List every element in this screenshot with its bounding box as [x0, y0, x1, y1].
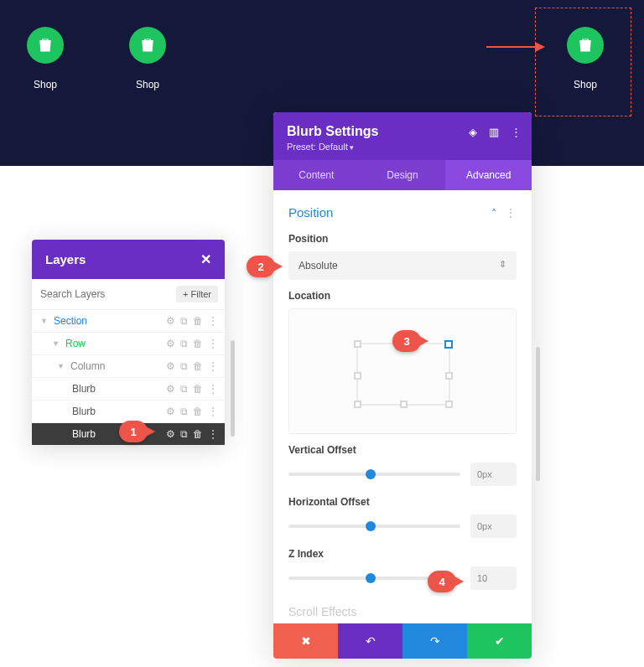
menu-icon[interactable]: ⋮ [505, 206, 517, 220]
layer-column[interactable]: ▼ Column ⚙⧉🗑⋮ [32, 355, 225, 378]
trash-icon: 🗑 [193, 315, 203, 327]
layer-blurb[interactable]: Blurb ⚙⧉🗑⋮ [32, 401, 225, 423]
position-section-header[interactable]: Position ˄⋮ [273, 190, 532, 225]
duplicate-icon: ⧉ [180, 428, 188, 440]
layer-actions[interactable]: ⚙⧉🗑⋮ [166, 428, 218, 440]
scroll-effects-section[interactable]: Scroll Effects [273, 592, 532, 623]
caret-up-icon: ˄ [491, 208, 496, 220]
location-field: Location [273, 282, 532, 436]
duplicate-icon: ⧉ [180, 360, 188, 372]
layer-label: Blurb [72, 383, 166, 395]
layers-header: Layers ✕ [32, 240, 225, 279]
callout-2: 2 [247, 256, 275, 277]
field-label: Vertical Offset [288, 444, 517, 456]
duplicate-icon: ⧉ [180, 406, 188, 417]
gear-icon: ⚙ [166, 428, 175, 440]
layer-label: Blurb [72, 406, 166, 417]
field-label: Z Index [288, 548, 517, 560]
horizontal-offset-slider[interactable] [288, 525, 460, 528]
layer-actions[interactable]: ⚙⧉🗑⋮ [166, 338, 218, 349]
menu-icon: ⋮ [208, 315, 218, 327]
trash-icon: 🗑 [193, 406, 203, 417]
layer-actions[interactable]: ⚙⧉🗑⋮ [166, 315, 218, 327]
gear-icon: ⚙ [166, 338, 175, 349]
annotation-arrow [486, 46, 537, 48]
layer-label: Section [54, 315, 166, 327]
settings-panel: Blurb Settings Preset: Default ◈ ▥ ⋮ Con… [273, 112, 532, 659]
anchor-bottom-right[interactable] [445, 401, 453, 408]
caret-down-icon: ▼ [52, 339, 60, 348]
menu-icon: ⋮ [208, 360, 218, 372]
gear-icon: ⚙ [166, 383, 175, 395]
shop-blurb-2[interactable]: Shop [122, 27, 173, 90]
anchor-bottom-center[interactable] [400, 401, 408, 408]
shop-blurb-3[interactable]: Shop [560, 27, 610, 90]
close-icon[interactable]: ✕ [200, 251, 211, 267]
anchor-middle-left[interactable] [354, 372, 361, 380]
redo-button[interactable]: ↷ [402, 623, 467, 659]
caret-down-icon: ▼ [57, 362, 65, 370]
layer-section[interactable]: ▼ Section ⚙⧉🗑⋮ [32, 310, 225, 333]
layers-search-row: + Filter [32, 279, 225, 310]
trash-icon: 🗑 [193, 383, 203, 395]
undo-button[interactable]: ↶ [338, 623, 402, 659]
tab-advanced[interactable]: Advanced [445, 160, 532, 190]
gear-icon: ⚙ [166, 406, 175, 417]
settings-header: Blurb Settings Preset: Default ◈ ▥ ⋮ [273, 112, 532, 160]
layer-actions[interactable]: ⚙⧉🗑⋮ [166, 383, 218, 395]
filter-button[interactable]: + Filter [176, 286, 218, 302]
anchor-bottom-left[interactable] [354, 401, 361, 408]
duplicate-icon: ⧉ [180, 338, 188, 349]
slider-thumb[interactable] [366, 521, 376, 531]
shop-label: Shop [20, 79, 70, 90]
scrollbar[interactable] [536, 347, 540, 481]
tab-design[interactable]: Design [360, 160, 446, 190]
vertical-offset-slider[interactable] [288, 473, 460, 476]
position-select[interactable]: Absolute [288, 251, 517, 280]
layer-blurb[interactable]: Blurb ⚙⧉🗑⋮ [32, 378, 225, 401]
trash-icon: 🗑 [193, 428, 203, 440]
gear-icon: ⚙ [166, 360, 175, 372]
search-input[interactable] [39, 285, 176, 303]
anchor-top-right[interactable] [444, 340, 453, 349]
menu-icon: ⋮ [208, 406, 218, 417]
menu-icon: ⋮ [208, 383, 218, 395]
menu-icon: ⋮ [208, 338, 218, 349]
expand-icon[interactable]: ▥ [489, 126, 499, 138]
anchor-middle-right[interactable] [445, 372, 453, 380]
shopping-bag-icon [129, 27, 166, 64]
field-label: Location [288, 290, 517, 302]
gear-icon: ⚙ [166, 315, 175, 327]
vertical-offset-input[interactable] [470, 463, 517, 486]
shopping-bag-icon [27, 27, 64, 64]
slider-thumb[interactable] [366, 573, 376, 583]
action-bar: ✖ ↶ ↷ ✔ [273, 623, 532, 659]
save-button[interactable]: ✔ [467, 623, 532, 659]
layers-panel: Layers ✕ + Filter ▼ Section ⚙⧉🗑⋮ ▼ Row ⚙… [32, 240, 225, 445]
trash-icon: 🗑 [193, 360, 203, 372]
shop-blurb-1[interactable]: Shop [20, 27, 70, 90]
cancel-button[interactable]: ✖ [273, 623, 338, 659]
trash-icon: 🗑 [193, 338, 203, 349]
field-label: Position [288, 233, 517, 245]
callout-4: 4 [428, 571, 456, 592]
location-picker[interactable] [288, 308, 517, 434]
menu-icon[interactable]: ⋮ [511, 126, 522, 138]
layer-actions[interactable]: ⚙⧉🗑⋮ [166, 360, 218, 372]
horizontal-offset-input[interactable] [470, 514, 517, 538]
callout-3: 3 [392, 330, 421, 352]
tab-content[interactable]: Content [273, 160, 360, 190]
settings-tabs: Content Design Advanced [273, 160, 532, 190]
caret-down-icon: ▼ [40, 317, 49, 325]
slider-thumb[interactable] [366, 469, 376, 479]
layer-actions[interactable]: ⚙⧉🗑⋮ [166, 406, 218, 417]
anchor-top-left[interactable] [354, 340, 361, 348]
layers-title: Layers [45, 252, 86, 266]
layer-row[interactable]: ▼ Row ⚙⧉🗑⋮ [32, 333, 225, 355]
layer-label: Column [70, 360, 166, 372]
scrollbar[interactable] [231, 340, 235, 437]
preset-dropdown[interactable]: Preset: Default [287, 142, 518, 152]
z-index-input[interactable] [470, 566, 517, 590]
focus-icon[interactable]: ◈ [469, 126, 477, 138]
horizontal-offset-field: Horizontal Offset [273, 488, 532, 540]
